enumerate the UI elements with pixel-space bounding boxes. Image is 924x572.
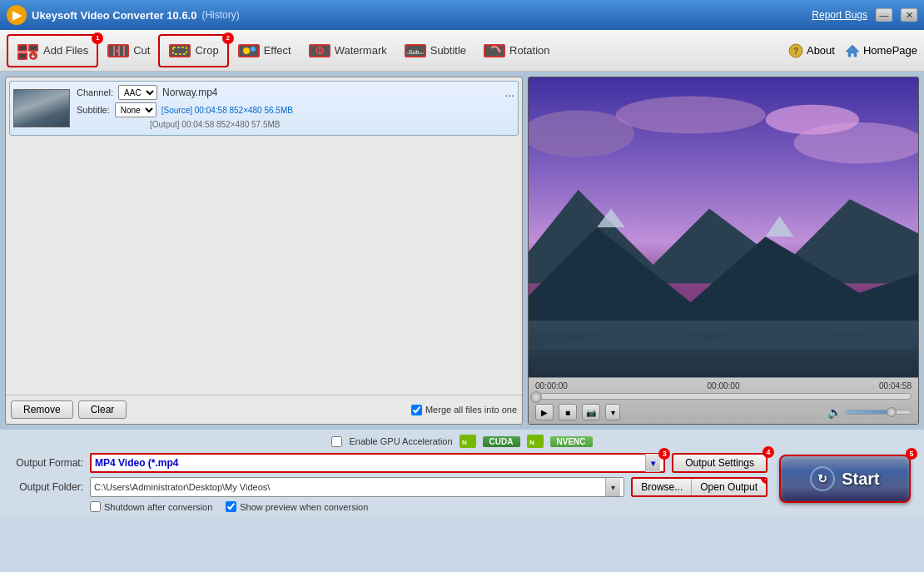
badge-5: 5 (906, 448, 917, 460)
progress-bar[interactable] (535, 393, 912, 400)
home-icon (845, 43, 860, 58)
merge-checkbox[interactable] (411, 405, 422, 415)
svg-text:+: + (31, 52, 35, 60)
volume-handle[interactable] (887, 407, 897, 417)
output-format-value: MP4 Video (*.mp4 (95, 457, 645, 469)
nvidia-logo-icon: N (460, 435, 476, 448)
folder-buttons-group: Browse... Open Output 6 (631, 477, 768, 497)
start-label: Start (842, 470, 880, 489)
add-files-button[interactable]: + Add Files 1 (7, 34, 98, 67)
channel-select[interactable]: AAC (118, 85, 157, 100)
folder-dropdown-arrow[interactable]: ▾ (605, 478, 620, 496)
remove-button[interactable]: Remove (11, 400, 73, 419)
bottom-checkboxes: Shutdown after conversion Show preview w… (8, 501, 768, 512)
title-bar-left: ▶ Ukeysoft Video Converter 10.6.0 (Histo… (7, 5, 240, 25)
output-rows: Output Format: MP4 Video (*.mp4 ▾ 3 Outp… (8, 453, 768, 497)
toolbar: + Add Files 1 Cut Crop (0, 30, 924, 72)
file-panel: Channel: AAC Norway.mp4 ... Subtitle: No… (5, 77, 523, 425)
browse-button[interactable]: Browse... (633, 479, 692, 495)
start-button-area: ↻ Start 5 (774, 453, 916, 503)
minimize-button[interactable]: — (876, 8, 892, 22)
cut-label: Cut (133, 44, 150, 57)
output-folder-row: Output Folder: C:\Users\Administrator\De… (8, 477, 768, 497)
file-info-top-row: Channel: AAC Norway.mp4 ... (77, 85, 514, 100)
homepage-button[interactable]: HomePage (845, 43, 917, 58)
progress-handle[interactable] (530, 391, 542, 403)
rotation-label: Rotation (509, 44, 549, 57)
effect-button[interactable]: Effect (229, 36, 300, 66)
volume-section: 🔊 (827, 405, 912, 419)
about-icon: ? (788, 43, 803, 58)
shutdown-checkbox[interactable] (90, 501, 101, 512)
watermark-button[interactable]: Watermark (300, 36, 395, 66)
start-button[interactable]: ↻ Start (779, 455, 911, 503)
main-area: Channel: AAC Norway.mp4 ... Subtitle: No… (0, 72, 924, 430)
watermark-label: Watermark (335, 44, 387, 57)
screenshot-button[interactable]: 📷 (582, 404, 600, 420)
svg-text:?: ? (793, 47, 798, 56)
shutdown-checkbox-group[interactable]: Shutdown after conversion (90, 501, 212, 512)
rotation-icon (483, 39, 506, 62)
subtitle-icon: Sub (404, 39, 427, 62)
close-button[interactable]: ✕ (901, 8, 917, 22)
crop-label: Crop (195, 44, 218, 57)
settings-bottom: Output Format: MP4 Video (*.mp4 ▾ 3 Outp… (8, 453, 916, 512)
merge-checkbox-group: Merge all files into one (411, 405, 517, 415)
svg-rect-5 (19, 54, 26, 58)
subtitle-select[interactable]: None (115, 102, 156, 117)
add-files-icon: + (17, 39, 40, 62)
format-dropdown-arrow[interactable]: ▾ (645, 454, 660, 472)
output-format-select[interactable]: MP4 Video (*.mp4 ▾ 3 (90, 453, 665, 473)
show-preview-checkbox[interactable] (226, 501, 236, 512)
volume-slider[interactable] (845, 410, 912, 415)
file-item[interactable]: Channel: AAC Norway.mp4 ... Subtitle: No… (9, 81, 519, 136)
crop-button[interactable]: Crop 2 (158, 34, 228, 67)
file-options-button[interactable]: ... (504, 86, 514, 99)
file-info: Channel: AAC Norway.mp4 ... Subtitle: No… (77, 85, 514, 132)
app-logo: ▶ (7, 5, 27, 25)
svg-rect-1 (19, 46, 26, 50)
stop-button[interactable]: ■ (559, 404, 577, 420)
badge-4: 4 (763, 446, 774, 458)
svg-point-40 (616, 97, 766, 134)
start-icon: ↻ (810, 466, 835, 491)
badge-2: 2 (222, 32, 234, 44)
output-meta: [Output] 00:04:58 852×480 57.5MB (150, 120, 281, 129)
gpu-label: Enable GPU Acceleration (349, 436, 452, 446)
output-format-label: Output Format: (8, 457, 83, 469)
output-folder-select[interactable]: C:\Users\Administrator\Desktop\My Videos… (90, 477, 624, 497)
output-format-row: Output Format: MP4 Video (*.mp4 ▾ 3 Outp… (8, 453, 768, 473)
gpu-checkbox[interactable] (331, 436, 342, 447)
show-preview-checkbox-group[interactable]: Show preview when conversion (226, 501, 368, 512)
watermark-icon (308, 39, 331, 62)
settings-left: Output Format: MP4 Video (*.mp4 ▾ 3 Outp… (8, 453, 768, 512)
subtitle-button[interactable]: Sub Subtitle (395, 36, 474, 66)
gpu-row: Enable GPU Acceleration N CUDA N NVENC (8, 435, 916, 448)
cut-icon (107, 39, 130, 62)
show-preview-label: Show preview when conversion (240, 502, 368, 512)
report-bugs-link[interactable]: Report Bugs (812, 9, 867, 21)
channel-label: Channel: (77, 87, 113, 97)
add-files-label: Add Files (43, 44, 88, 57)
app-title: Ukeysoft Video Converter 10.6.0 (32, 9, 196, 22)
file-panel-bottom: Remove Clear Merge all files into one (6, 395, 522, 424)
about-button[interactable]: ? About (788, 43, 835, 58)
shutdown-label: Shutdown after conversion (104, 502, 212, 512)
clear-button[interactable]: Clear (78, 400, 127, 419)
screenshot-dropdown[interactable]: ▾ (605, 404, 620, 420)
rotation-button[interactable]: Rotation (474, 36, 558, 66)
cut-button[interactable]: Cut (98, 36, 158, 66)
play-button[interactable]: ▶ (535, 404, 554, 420)
open-output-button[interactable]: Open Output (692, 479, 766, 495)
svg-rect-27 (407, 52, 424, 54)
preview-video (529, 77, 918, 377)
output-folder-label: Output Folder: (8, 481, 83, 493)
title-bar-right: Report Bugs — ✕ (812, 8, 917, 22)
output-folder-value: C:\Users\Administrator\Desktop\My Videos… (94, 482, 605, 492)
svg-point-42 (766, 105, 860, 135)
output-settings-button[interactable]: Output Settings (672, 453, 768, 473)
file-list: Channel: AAC Norway.mp4 ... Subtitle: No… (6, 77, 522, 395)
preview-controls: 00:00:00 00:00:00 00:04:58 ▶ ■ 📷 ▾ 🔊 (529, 377, 918, 424)
time-mid: 00:00:00 (708, 381, 740, 390)
svg-rect-3 (30, 46, 37, 50)
